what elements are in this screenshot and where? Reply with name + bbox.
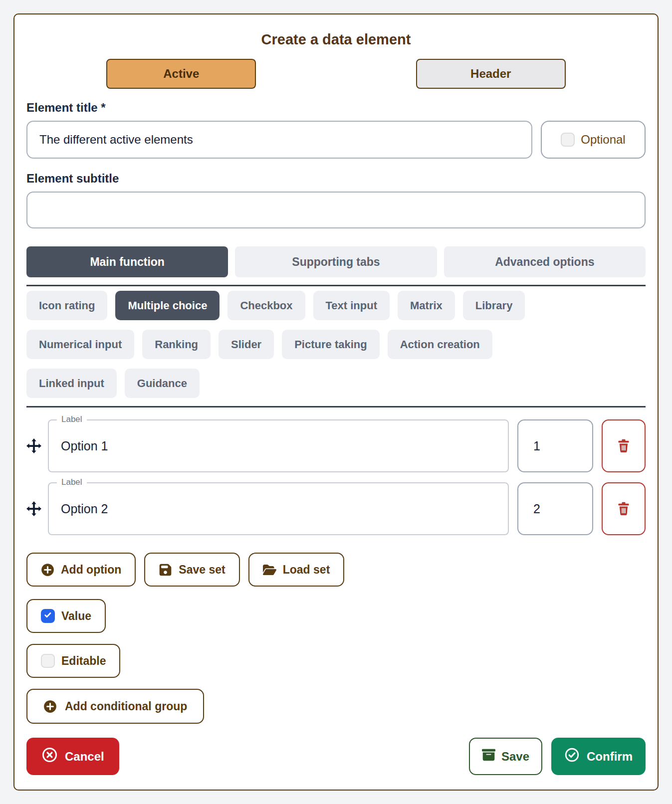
save-set-label: Save set [179, 563, 225, 577]
option-row-1: Label [26, 419, 646, 472]
dialog-title: Create a data element [26, 31, 646, 48]
add-option-button[interactable]: Add option [26, 553, 136, 587]
chip-checkbox[interactable]: Checkbox [227, 291, 305, 320]
conditional-group-row: Add conditional group [26, 689, 646, 724]
save-set-button[interactable]: Save set [144, 553, 239, 587]
chip-guidance[interactable]: Guidance [125, 369, 200, 398]
chip-linked-input[interactable]: Linked input [26, 369, 117, 398]
option-label-legend: Label [57, 477, 87, 487]
plus-circle-icon [41, 563, 54, 577]
editable-toggle-row: Editable [26, 644, 646, 678]
trash-icon [617, 438, 631, 454]
optional-toggle[interactable]: Optional [541, 121, 646, 159]
add-conditional-group-button[interactable]: Add conditional group [26, 689, 204, 724]
optional-label: Optional [581, 133, 625, 147]
add-conditional-group-label: Add conditional group [65, 700, 187, 713]
chip-library[interactable]: Library [463, 291, 525, 320]
divider [26, 406, 646, 407]
add-option-label: Add option [61, 563, 121, 577]
option-row-2: Label [26, 482, 646, 535]
move-icon[interactable] [26, 438, 41, 453]
trash-icon [617, 501, 631, 517]
element-title-input[interactable] [26, 121, 532, 159]
create-data-element-dialog: Create a data element Active Header Elem… [13, 13, 659, 791]
editable-checkbox[interactable] [41, 654, 55, 668]
chip-icon-rating[interactable]: Icon rating [26, 291, 107, 320]
element-subtitle-label: Element subtitle [26, 172, 646, 186]
chip-ranking[interactable]: Ranking [142, 330, 211, 359]
option-label-legend: Label [57, 414, 87, 424]
tab-supporting-tabs[interactable]: Supporting tabs [235, 246, 437, 277]
load-set-button[interactable]: Load set [248, 553, 345, 587]
delete-option-button[interactable] [602, 419, 646, 472]
confirm-button[interactable]: Confirm [551, 738, 646, 775]
value-toggle[interactable]: Value [26, 599, 106, 633]
divider [26, 285, 646, 286]
folder-open-icon [263, 563, 276, 577]
save-button[interactable]: Save [469, 738, 542, 775]
function-chips-row-3: Linked input Guidance [26, 369, 646, 398]
chip-slider[interactable]: Slider [219, 330, 274, 359]
check-icon [43, 609, 53, 623]
editable-label: Editable [61, 654, 106, 668]
option-label-fieldset: Label [48, 482, 509, 535]
option-label-input[interactable] [49, 483, 508, 534]
optional-checkbox[interactable] [561, 133, 575, 147]
function-chips-row-1: Icon rating Multiple choice Checkbox Tex… [26, 291, 646, 320]
chip-text-input[interactable]: Text input [313, 291, 390, 320]
option-actions-row: Add option Save set Load set [26, 553, 646, 587]
load-set-label: Load set [283, 563, 330, 577]
chip-multiple-choice[interactable]: Multiple choice [115, 291, 220, 320]
confirm-label: Confirm [587, 750, 633, 764]
function-chips-row-2: Numerical input Ranking Slider Picture t… [26, 330, 646, 359]
save-label: Save [501, 750, 529, 764]
tab-advanced-options[interactable]: Advanced options [444, 246, 646, 277]
move-icon[interactable] [26, 501, 41, 516]
element-title-label: Element title * [26, 101, 646, 115]
value-toggle-row: Value [26, 599, 646, 633]
tab-bar: Main function Supporting tabs Advanced o… [26, 246, 646, 277]
circle-check-icon [564, 747, 580, 766]
editable-toggle[interactable]: Editable [26, 644, 120, 678]
element-type-toggle-row: Active Header [26, 59, 646, 89]
box-archive-icon [482, 748, 495, 765]
element-subtitle-input[interactable] [26, 192, 646, 228]
option-value-input[interactable] [517, 419, 593, 472]
option-label-fieldset: Label [48, 419, 509, 472]
dialog-footer: Cancel Save Confirm [26, 738, 646, 775]
chip-picture-taking[interactable]: Picture taking [282, 330, 379, 359]
floppy-disk-icon [159, 563, 172, 577]
cancel-button[interactable]: Cancel [26, 738, 119, 775]
chip-action-creation[interactable]: Action creation [388, 330, 492, 359]
chip-numerical-input[interactable]: Numerical input [26, 330, 134, 359]
active-type-button[interactable]: Active [106, 59, 256, 89]
option-label-input[interactable] [49, 420, 508, 471]
option-value-input[interactable] [517, 482, 593, 535]
chip-matrix[interactable]: Matrix [398, 291, 455, 320]
plus-circle-icon [43, 700, 57, 713]
header-type-button[interactable]: Header [416, 59, 566, 89]
value-label: Value [61, 609, 91, 623]
circle-x-icon [41, 747, 58, 766]
cancel-label: Cancel [65, 750, 104, 764]
element-title-row: Optional [26, 121, 646, 159]
value-checkbox[interactable] [41, 609, 55, 623]
tab-main-function[interactable]: Main function [26, 246, 228, 277]
delete-option-button[interactable] [602, 482, 646, 535]
